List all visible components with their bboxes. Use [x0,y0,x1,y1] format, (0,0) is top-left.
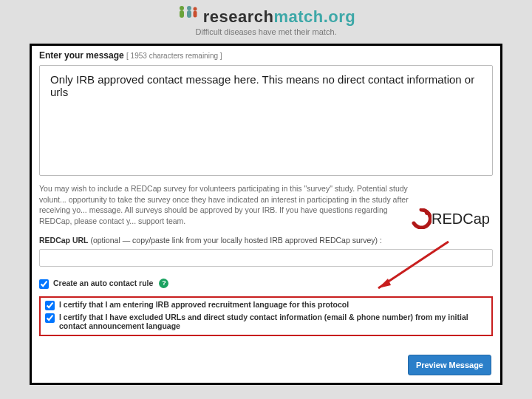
auto-contact-checkbox[interactable] [39,279,49,289]
redcap-swirl-icon [411,208,432,229]
auto-contact-rule-row[interactable]: Create an auto contact rule ? [39,279,493,289]
cert2-row[interactable]: I certify that I have excluded URLs and … [45,313,487,330]
cert1-label: I certify that I am entering IRB approve… [59,300,349,309]
redcap-url-hint: (optional — copy/paste link from your lo… [90,236,382,245]
cert1-checkbox[interactable] [45,301,55,310]
auto-contact-label: Create an auto contact rule [53,279,153,287]
svg-point-2 [187,6,191,10]
message-panel: Enter your message [ 1953 characters rem… [30,44,502,385]
cert2-label: I certify that I have excluded URLs and … [59,313,487,330]
help-icon[interactable]: ? [159,279,168,288]
svg-rect-1 [180,10,184,18]
preview-message-button[interactable]: Preview Message [408,355,491,375]
page-header: researchmatch.org Difficult diseases hav… [0,0,532,39]
tagline: Difficult diseases have met their match. [0,27,532,36]
message-textarea[interactable]: Only IRB approved contact message here. … [39,65,493,176]
message-label: Enter your message [39,50,124,61]
svg-rect-3 [187,10,191,18]
logo-text: researchmatch.org [203,7,356,27]
cert2-checkbox[interactable] [45,313,55,323]
svg-point-4 [193,7,197,11]
redcap-logo-text: REDCap [432,211,490,228]
certification-highlight: I certify that I am entering IRB approve… [39,296,493,336]
redcap-url-input[interactable] [39,249,493,267]
svg-point-6 [425,211,429,215]
svg-point-0 [180,6,184,10]
instruction-text: Only IRB approved contact message here. … [50,73,474,98]
message-label-row: Enter your message [ 1953 characters rem… [39,50,493,61]
svg-rect-5 [193,11,197,18]
researchmatch-logo: researchmatch.org [177,4,356,27]
cert1-row[interactable]: I certify that I am entering IRB approve… [45,300,487,310]
redcap-url-row: REDCap URL (optional — copy/paste link f… [39,236,493,267]
chars-remaining: [ 1953 characters remaining ] [126,52,222,60]
redcap-logo: REDCap [411,208,490,229]
redcap-url-label: REDCap URL [39,236,89,245]
logo-people-icon [177,4,199,22]
